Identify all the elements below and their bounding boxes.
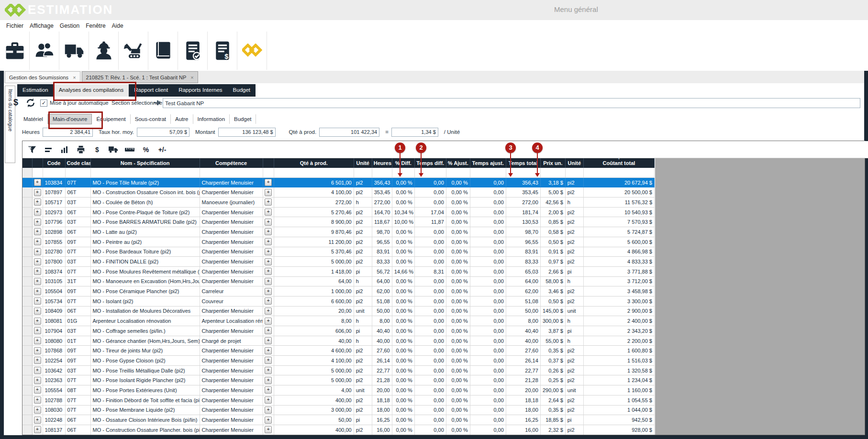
expand-competence-button[interactable]: + [265,219,272,226]
expand-row-button[interactable]: + [34,258,41,265]
tab-sous-contrat[interactable]: Sous-contrat [131,114,171,124]
expand-row-button[interactable]: + [34,198,41,206]
bar-chart-icon[interactable] [59,145,70,154]
expand-competence-button[interactable]: + [265,228,272,235]
filter-cell[interactable] [22,168,32,177]
expand-competence-button[interactable]: + [265,198,272,206]
expand-competence-button[interactable]: + [265,406,272,414]
table-row[interactable]: +10780003TMO - FINITION DALLE (pi2)Charp… [22,257,655,267]
column-header-temps-diff[interactable]: Temps diff. [414,158,446,168]
expand-competence-button[interactable]: + [265,367,272,374]
table-row[interactable]: +10224806TMO - Ossature Cloison Intérieu… [22,415,655,425]
tab-budget[interactable]: Budget [228,84,256,97]
table-row[interactable]: +10573407TMO - Isolant (pi2)Couvreur+6 6… [22,296,655,306]
expand-row-button[interactable]: + [34,248,41,255]
pin-icon[interactable] [153,99,161,108]
table-row[interactable]: +10383407TMO - Pose Tôle Murale (pi2)Cha… [22,177,655,187]
contacts-button[interactable] [30,32,59,70]
dollar-icon[interactable]: $ [13,98,18,108]
expand-row-button[interactable]: + [34,426,41,433]
tab-analyses-des-compilations[interactable]: Analyses des compilations [54,84,129,97]
truck-button[interactable] [59,32,89,70]
expand-row-button[interactable]: + [34,209,41,216]
worker-button[interactable] [89,32,119,70]
expand-row-button[interactable]: + [34,179,41,186]
table-row[interactable]: +10840906TMO - Installation de Moulures … [22,306,655,316]
column-header-diff[interactable]: % Diff. [392,158,414,168]
expand-row-button[interactable]: + [34,307,41,315]
close-icon[interactable]: × [73,75,76,80]
expand-competence-button[interactable]: + [265,209,272,216]
expand-row-button[interactable]: + [34,238,41,245]
filter-cell[interactable] [392,168,414,177]
qte-value[interactable] [319,128,379,137]
expand-row-button[interactable]: + [34,377,41,384]
expand-row-button[interactable]: + [34,347,41,354]
filter-cell[interactable] [470,168,506,177]
column-header-competence[interactable]: Compétence [200,158,263,168]
table-row[interactable]: +10550409TMO - Pose Céramique Plancher (… [22,286,655,296]
document-tab-210825-t-rev-1-sce-1[interactable]: 210825 T: Rév. 1 - Scé. 1 : Test Gabarit… [82,71,198,83]
expand-row-button[interactable]: + [34,288,41,295]
filter-cell[interactable] [263,168,274,177]
taux-value[interactable] [137,128,189,137]
column-header-code-class[interactable]: Code class. [65,158,90,168]
column-header-qte-a-prod[interactable]: Qté à prod. [274,158,354,168]
expand-row-button[interactable]: + [34,417,41,424]
tab-budget[interactable]: Budget [230,114,256,124]
expand-competence-button[interactable]: + [265,396,272,404]
excavator-button[interactable] [119,32,148,70]
column-header-temps-ajust[interactable]: Temps ajust. [470,158,506,168]
auto-update-checkbox[interactable]: ✓ [40,99,47,107]
column-header-ajust[interactable]: % Ajust. [446,158,470,168]
expand-competence-button[interactable]: + [265,347,272,354]
filter-cell[interactable] [32,168,43,177]
plus-minus-icon[interactable]: +/- [157,145,167,154]
filter-cell[interactable] [446,168,470,177]
table-row[interactable]: +10364203TMO - Pose Treillis Métallique … [22,365,655,375]
column-header-blank[interactable] [22,158,32,168]
expand-row-button[interactable]: + [34,396,41,404]
filter-cell[interactable] [565,168,583,177]
tab-rapport-client[interactable]: Rapport client [129,84,173,97]
table-row[interactable]: +10310531TMO - Manoeuvre en Excavation (… [22,276,655,286]
menu-fichier[interactable]: Fichier [6,22,23,29]
column-header-coutant-total[interactable]: Coûtant total▼ [583,158,654,168]
expand-row-button[interactable]: + [34,189,41,196]
printer-icon[interactable] [76,145,86,154]
expand-competence-button[interactable]: + [265,238,272,245]
tab-autre[interactable]: Autre [171,114,193,124]
expand-competence-button[interactable]: + [265,258,272,265]
table-row[interactable]: +10837407TMO - Pose Moulures Revêtement … [22,266,655,276]
tab-materiel[interactable]: Matériel [19,114,48,124]
table-row[interactable]: +10786809TMO - Tireur de joints Mur (pi2… [22,346,655,356]
filter-cell[interactable] [65,168,90,177]
tab-equipement[interactable]: Équipement [92,114,130,124]
expand-row-button[interactable]: + [34,268,41,275]
table-row[interactable]: +10808101GArpenteur Localisation rénovat… [22,316,655,326]
column-header-unite[interactable]: Unité [565,158,583,168]
filter-cell[interactable] [540,168,565,177]
table-row[interactable]: +10236307TMO - Pose Isolant Rigide Planc… [22,375,655,385]
expand-competence-button[interactable]: + [265,179,272,186]
filter-cell[interactable] [354,168,372,177]
expand-competence-button[interactable]: + [265,268,272,275]
table-row[interactable]: +10225409TMO - Pose Gypse Cloison (pi2)C… [22,356,655,366]
section-input[interactable] [163,98,860,108]
grid-dollar-icon[interactable]: $ [92,145,102,154]
expand-competence-button[interactable]: + [265,377,272,384]
document-tab-gestion-des-soumissi[interactable]: Gestion des Soumissions× [5,71,80,83]
table-row[interactable]: +10790403TMO - Coffrage semelles (pi/lin… [22,326,655,336]
expand-competence-button[interactable]: + [265,318,272,325]
column-header-temps-total[interactable]: Temps total [506,158,540,168]
tab-rapports-internes[interactable]: Rapports Internes [173,84,227,97]
filter-cell[interactable] [90,168,200,177]
menu-fenetre[interactable]: Fenêtre [86,22,105,29]
expand-row-button[interactable]: + [34,386,41,394]
table-row[interactable]: +10813706TMO - Construction Ossature Pla… [22,425,655,435]
report-dollar-button[interactable]: $ [208,32,237,70]
tab-estimation[interactable]: Estimation [17,84,54,97]
heures-value[interactable] [43,128,93,137]
expand-competence-button[interactable]: + [265,386,272,394]
menu-gestion[interactable]: Gestion [60,22,79,29]
